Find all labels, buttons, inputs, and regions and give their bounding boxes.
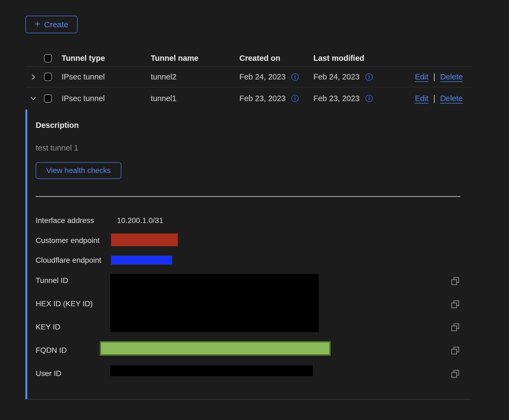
created-on-value: Feb 24, 2023 bbox=[239, 72, 286, 81]
delete-link[interactable]: Delete bbox=[440, 94, 463, 103]
description-value: test tunnel 1 bbox=[36, 144, 78, 152]
copy-icon[interactable] bbox=[451, 369, 460, 378]
last-modified-value: Feb 23, 2023 bbox=[313, 94, 360, 103]
tunnels-table: Tunnel type Tunnel name Created on Last … bbox=[25, 50, 471, 109]
tunnel-detail-panel: Description test tunnel 1 View health ch… bbox=[25, 109, 471, 399]
fqdn-id-redacted-value bbox=[100, 341, 331, 356]
plus-icon: + bbox=[35, 19, 40, 29]
edit-link[interactable]: Edit bbox=[415, 94, 428, 103]
cloudflare-endpoint-label: Cloudflare endpoint bbox=[36, 256, 101, 265]
info-icon[interactable] bbox=[365, 73, 373, 81]
info-icon[interactable] bbox=[291, 73, 299, 81]
last-modified-value: Feb 24, 2023 bbox=[313, 72, 360, 81]
customer-endpoint-redacted-value bbox=[111, 234, 178, 246]
action-separator: | bbox=[433, 72, 436, 81]
table-row: IPsec tunnel tunnel2 Feb 24, 2023 Feb 24… bbox=[25, 67, 471, 87]
action-separator: | bbox=[433, 94, 436, 103]
description-label: Description bbox=[36, 121, 79, 130]
created-on-value: Feb 23, 2023 bbox=[239, 94, 286, 103]
row-checkbox[interactable] bbox=[44, 73, 52, 81]
create-button[interactable]: + Create bbox=[25, 16, 78, 33]
hex-id-label: HEX ID (KEY ID) bbox=[36, 299, 93, 308]
column-header-tunnel-name: Tunnel name bbox=[151, 54, 239, 63]
cloudflare-endpoint-redacted-value bbox=[111, 256, 172, 265]
tunnel-type-cell: IPsec tunnel bbox=[62, 72, 151, 81]
column-header-last-modified: Last modified bbox=[313, 54, 384, 63]
copy-icon[interactable] bbox=[451, 323, 460, 332]
column-header-created-on: Created on bbox=[239, 54, 313, 63]
chevron-down-icon[interactable] bbox=[29, 94, 38, 103]
fqdn-id-label: FQDN ID bbox=[36, 346, 67, 355]
interface-address-value: 10.200.1.0/31 bbox=[117, 216, 163, 225]
info-icon[interactable] bbox=[365, 94, 373, 102]
user-id-label: User ID bbox=[36, 369, 61, 378]
view-health-checks-button[interactable]: View health checks bbox=[36, 162, 121, 179]
key-id-label: KEY ID bbox=[36, 323, 60, 331]
select-all-checkbox[interactable] bbox=[44, 54, 52, 62]
tunnel-id-label: Tunnel ID bbox=[36, 276, 68, 285]
tunnel-name-cell: tunnel1 bbox=[151, 94, 239, 103]
copy-icon[interactable] bbox=[451, 300, 460, 309]
customer-endpoint-label: Customer endpoint bbox=[36, 236, 100, 245]
edit-link[interactable]: Edit bbox=[415, 72, 428, 81]
tunnel-name-cell: tunnel2 bbox=[151, 72, 239, 81]
tunnel-type-cell: IPsec tunnel bbox=[62, 94, 151, 103]
column-header-tunnel-type: Tunnel type bbox=[62, 54, 151, 63]
interface-address-label: Interface address bbox=[36, 216, 94, 225]
table-row: IPsec tunnel tunnel1 Feb 23, 2023 Feb 23… bbox=[25, 87, 471, 109]
chevron-right-icon[interactable] bbox=[29, 72, 38, 82]
ids-redacted-value bbox=[110, 274, 319, 332]
section-divider bbox=[36, 196, 460, 197]
user-id-redacted-value bbox=[110, 365, 313, 376]
info-icon[interactable] bbox=[291, 94, 299, 102]
delete-link[interactable]: Delete bbox=[440, 72, 463, 81]
copy-icon[interactable] bbox=[451, 276, 460, 286]
copy-icon[interactable] bbox=[451, 346, 460, 355]
row-checkbox[interactable] bbox=[44, 94, 52, 103]
create-button-label: Create bbox=[44, 20, 68, 29]
table-header-row: Tunnel type Tunnel name Created on Last … bbox=[25, 50, 471, 67]
